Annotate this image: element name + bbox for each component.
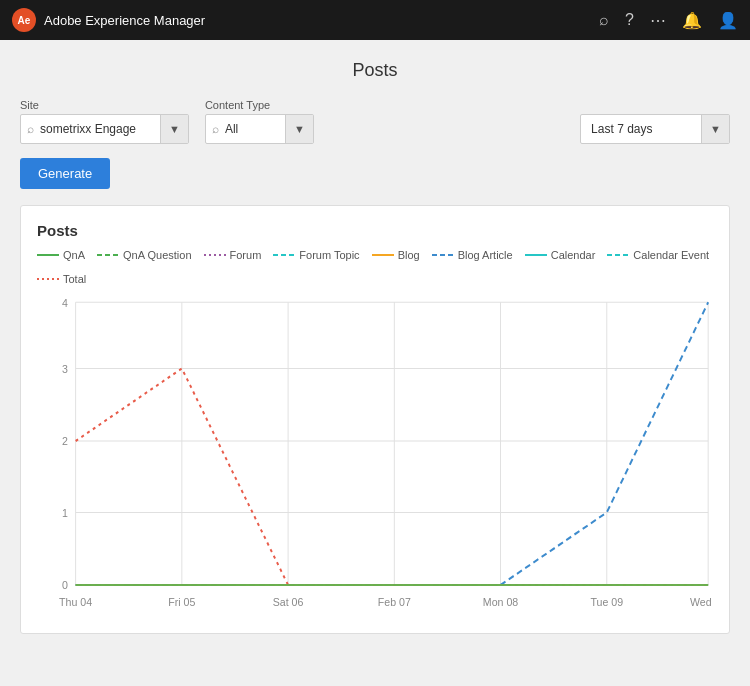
svg-text:Thu 04: Thu 04 [59,596,92,609]
svg-text:0: 0 [62,579,68,592]
legend-forum-label: Forum [230,249,262,261]
search-icon[interactable]: ⌕ [599,11,609,29]
page-title: Posts [20,60,730,81]
legend-blog-article-label: Blog Article [458,249,513,261]
site-input[interactable] [40,122,160,136]
page-content: Posts Site ⌕ ▼ Content Type ⌕ All ▼ Last… [0,40,750,654]
time-range-value: Last 7 days [581,122,701,136]
legend-blog-article: Blog Article [432,249,513,261]
total-line [76,368,709,585]
legend-forum: Forum [204,249,262,261]
legend-total-line [37,277,59,281]
legend-total-label: Total [63,273,86,285]
legend-qna-question: QnA Question [97,249,192,261]
legend-calendar-event-label: Calendar Event [633,249,709,261]
legend-calendar-label: Calendar [551,249,596,261]
svg-text:Mon 08: Mon 08 [483,596,518,609]
legend-qna: QnA [37,249,85,261]
site-label: Site [20,99,189,111]
legend-blog-article-line [432,253,454,257]
legend-forum-topic-label: Forum Topic [299,249,359,261]
content-type-value: All [225,122,285,136]
chart-legend: QnA QnA Question Forum Forum Topic Blog … [37,249,713,285]
legend-forum-line [204,253,226,257]
legend-calendar-line [525,254,547,256]
legend-calendar-event-line [607,253,629,257]
legend-blog: Blog [372,249,420,261]
generate-button[interactable]: Generate [20,158,110,189]
chart-svg: 0 1 2 3 4 Thu 04 Fri 05 Sat 06 Feb 07 Mo… [37,297,713,617]
site-filter-group: Site ⌕ ▼ [20,99,189,144]
content-type-label: Content Type [205,99,314,111]
content-type-dropdown-button[interactable]: ▼ [285,115,313,143]
svg-text:4: 4 [62,297,68,309]
content-type-select-wrap: ⌕ All ▼ [205,114,314,144]
content-type-search-icon: ⌕ [206,122,225,136]
site-input-wrap: ⌕ ▼ [20,114,189,144]
user-icon[interactable]: 👤 [718,11,738,30]
svg-text:Sat 06: Sat 06 [273,596,304,609]
site-dropdown-button[interactable]: ▼ [160,115,188,143]
legend-total: Total [37,273,86,285]
topnav: Ae Adobe Experience Manager ⌕ ? ⋯ 🔔 👤 [0,0,750,40]
svg-text:Tue 09: Tue 09 [590,596,623,609]
blog-article-line [76,302,709,585]
legend-qna-label: QnA [63,249,85,261]
svg-text:2: 2 [62,435,68,448]
svg-text:Wed 10: Wed 10 [690,596,713,609]
chart-title: Posts [37,222,713,239]
legend-calendar: Calendar [525,249,596,261]
bell-icon[interactable]: 🔔 [682,11,702,30]
time-range-wrap: Last 7 days ▼ [580,114,730,144]
chart-area: 0 1 2 3 4 Thu 04 Fri 05 Sat 06 Feb 07 Mo… [37,297,713,617]
svg-text:Fri 05: Fri 05 [168,596,195,609]
legend-calendar-event: Calendar Event [607,249,709,261]
content-type-filter-group: Content Type ⌕ All ▼ [205,99,314,144]
topnav-left: Ae Adobe Experience Manager [12,8,205,32]
svg-text:3: 3 [62,362,68,375]
apps-grid-icon[interactable]: ⋯ [650,11,666,30]
topnav-icons: ⌕ ? ⋯ 🔔 👤 [599,11,738,30]
filter-bar: Site ⌕ ▼ Content Type ⌕ All ▼ Last 7 day… [20,99,730,144]
legend-forum-topic: Forum Topic [273,249,359,261]
app-logo: Ae [12,8,36,32]
legend-qna-question-label: QnA Question [123,249,192,261]
app-title: Adobe Experience Manager [44,13,205,28]
help-icon[interactable]: ? [625,11,634,29]
legend-qna-question-line [97,253,119,257]
svg-text:Feb 07: Feb 07 [378,596,411,609]
legend-forum-topic-line [273,253,295,257]
legend-qna-line [37,254,59,256]
chart-card: Posts QnA QnA Question Forum Forum Topic [20,205,730,634]
legend-blog-label: Blog [398,249,420,261]
site-search-icon: ⌕ [21,122,40,136]
time-range-dropdown-button[interactable]: ▼ [701,115,729,143]
svg-text:1: 1 [62,506,68,519]
legend-blog-line [372,254,394,256]
